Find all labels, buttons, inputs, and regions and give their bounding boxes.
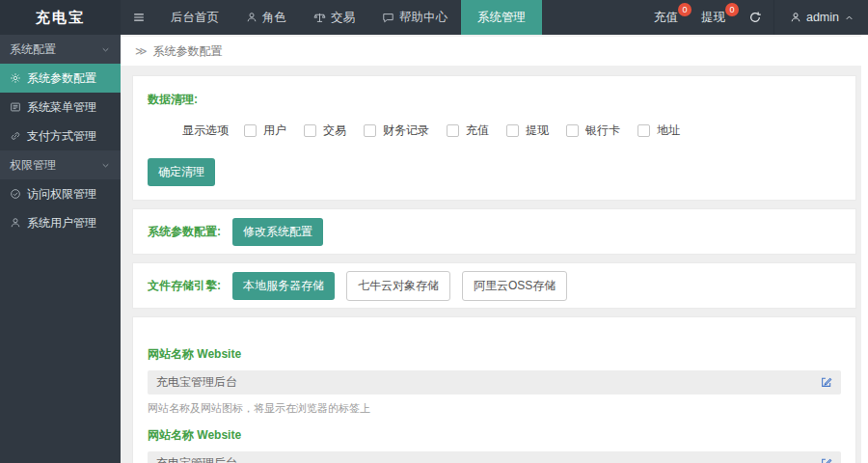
- sidebar-item-system-params[interactable]: 系统参数配置: [0, 64, 121, 93]
- checkbox-financial-records[interactable]: 财务记录: [364, 123, 429, 139]
- scrollbar[interactable]: [861, 35, 868, 463]
- content: 数据清理: 显示选项 用户 交易 财务记录 充值 提现 银行卡 地址 确定清理 …: [121, 66, 868, 463]
- checkbox-label: 交易: [323, 123, 346, 139]
- nav-item-label: 帮助中心: [399, 10, 448, 26]
- chevron-down-icon: [100, 160, 111, 171]
- sidebar-item-label: 支付方式管理: [27, 128, 96, 145]
- site-settings-card: 网站名称 Website 网站名称及网站图标，将显示在浏览器的标签上 网站名称 …: [132, 316, 856, 463]
- gear-icon: [10, 72, 21, 84]
- storage-local-button[interactable]: 本地服务器存储: [232, 272, 335, 300]
- nav-item-label: 系统管理: [477, 10, 526, 26]
- chevron-up-icon: [844, 13, 854, 23]
- menu-list-icon: [10, 101, 21, 113]
- chevron-down-icon: [100, 44, 111, 55]
- top-navigation: 后台首页 角色 交易 帮助中心 系统管理: [157, 0, 542, 35]
- nav-item-label: 后台首页: [171, 10, 219, 26]
- input-wrap: [148, 451, 841, 463]
- nav-item-home[interactable]: 后台首页: [157, 0, 232, 35]
- topbar-right: 充值 0 提现 0 admin: [642, 0, 868, 35]
- sidebar-item-payment-methods[interactable]: 支付方式管理: [0, 122, 121, 150]
- sidebar-item-system-users[interactable]: 系统用户管理: [0, 208, 121, 237]
- scales-icon: [313, 12, 326, 24]
- person-icon: [790, 12, 801, 23]
- checkbox-box[interactable]: [244, 124, 257, 137]
- options-label: 显示选项: [182, 123, 229, 139]
- sidebar-item-access-permissions[interactable]: 访问权限管理: [0, 179, 121, 208]
- card-title: 数据清理:: [148, 92, 841, 108]
- checkbox-recharge[interactable]: 充值: [447, 123, 489, 139]
- storage-engine-card: 文件存储引擎: 本地服务器存储 七牛云对象存储 阿里云OSS存储: [132, 262, 856, 309]
- sidebar-item-label: 系统用户管理: [27, 215, 96, 232]
- storage-qiniu-button[interactable]: 七牛云对象存储: [346, 271, 450, 301]
- storage-aliyun-oss-button[interactable]: 阿里云OSS存储: [462, 271, 567, 301]
- person-icon: [10, 217, 21, 229]
- edit-icon[interactable]: [820, 456, 833, 463]
- website-name-field-2: 网站名称 Website 网站名称及网站图标，将显示在浏览器的标签上: [148, 427, 841, 463]
- checkbox-address[interactable]: 地址: [637, 123, 680, 139]
- edit-icon[interactable]: [820, 375, 833, 389]
- sidebar-item-label: 系统菜单管理: [27, 99, 96, 116]
- checkbox-box[interactable]: [304, 124, 316, 137]
- website-name-input-2[interactable]: [148, 451, 841, 463]
- withdraw-badge: 0: [725, 3, 739, 16]
- sidebar: 系统配置 系统参数配置 系统菜单管理 支付方式管理 权限管理 访问权限管理: [0, 35, 121, 463]
- input-wrap: [148, 370, 841, 395]
- refresh-icon[interactable]: [737, 0, 773, 35]
- checkbox-box[interactable]: [364, 124, 376, 137]
- link-icon: [10, 130, 21, 142]
- checkbox-label: 充值: [466, 123, 489, 139]
- nav-item-transactions[interactable]: 交易: [300, 0, 368, 35]
- field-label: 网站名称 Website: [148, 427, 841, 444]
- card-title: 系统参数配置:: [148, 224, 221, 240]
- checkbox-box[interactable]: [447, 124, 459, 137]
- checkbox-bank-card[interactable]: 银行卡: [566, 123, 620, 139]
- person-icon: [246, 12, 258, 23]
- recharge-button[interactable]: 充值 0: [642, 0, 690, 35]
- nav-item-label: 角色: [262, 10, 286, 26]
- hamburger-icon[interactable]: [121, 0, 157, 35]
- checkbox-box[interactable]: [637, 124, 650, 137]
- withdraw-label: 提现: [701, 10, 725, 26]
- checkbox-box[interactable]: [566, 124, 579, 137]
- group-label: 系统配置: [10, 41, 56, 58]
- field-help-text: 网站名称及网站图标，将显示在浏览器的标签上: [148, 401, 841, 416]
- field-label: 网站名称 Website: [148, 346, 841, 363]
- sidebar-item-label: 系统参数配置: [27, 70, 96, 87]
- chat-icon: [382, 12, 394, 24]
- checkbox-label: 财务记录: [383, 123, 429, 139]
- checkbox-label: 用户: [263, 123, 286, 139]
- checkbox-label: 提现: [526, 123, 549, 139]
- checkbox-transactions[interactable]: 交易: [304, 123, 346, 139]
- nav-item-system-management[interactable]: 系统管理: [461, 0, 542, 35]
- checkbox-withdraw[interactable]: 提现: [506, 123, 549, 139]
- checkbox-users[interactable]: 用户: [244, 123, 286, 139]
- app-logo[interactable]: 充电宝: [0, 0, 121, 35]
- breadcrumb: ≫ 系统参数配置: [121, 37, 868, 66]
- main-area: ≫ 系统参数配置 数据清理: 显示选项 用户 交易 财务记录 充值 提现 银行卡…: [121, 35, 868, 463]
- checkbox-box[interactable]: [506, 124, 519, 137]
- nav-item-help-center[interactable]: 帮助中心: [368, 0, 461, 35]
- system-config-card: 系统参数配置: 修改系统配置: [132, 208, 856, 255]
- modify-system-config-button[interactable]: 修改系统配置: [232, 218, 323, 246]
- nav-item-label: 交易: [331, 10, 355, 26]
- card-title: 文件存储引擎:: [148, 278, 221, 294]
- checkbox-label: 银行卡: [585, 123, 620, 139]
- nav-item-roles[interactable]: 角色: [232, 0, 300, 35]
- data-cleanup-card: 数据清理: 显示选项 用户 交易 财务记录 充值 提现 银行卡 地址 确定清理: [132, 75, 856, 201]
- withdraw-button[interactable]: 提现 0: [690, 0, 737, 35]
- sidebar-group-permissions[interactable]: 权限管理: [0, 150, 121, 179]
- website-name-input-1[interactable]: [148, 370, 841, 395]
- sidebar-group-system-config[interactable]: 系统配置: [0, 35, 121, 64]
- user-menu[interactable]: admin: [773, 0, 868, 35]
- sidebar-item-label: 访问权限管理: [27, 186, 96, 203]
- check-circle-icon: [10, 188, 21, 200]
- sidebar-item-system-menu[interactable]: 系统菜单管理: [0, 93, 121, 122]
- checkbox-label: 地址: [657, 123, 680, 139]
- group-label: 权限管理: [10, 157, 56, 174]
- confirm-cleanup-button[interactable]: 确定清理: [148, 158, 215, 186]
- breadcrumb-chevrons-icon: ≫: [135, 44, 148, 58]
- username: admin: [806, 11, 839, 24]
- recharge-label: 充值: [654, 10, 678, 26]
- website-name-field-1: 网站名称 Website 网站名称及网站图标，将显示在浏览器的标签上: [148, 346, 841, 416]
- topbar: 充电宝 后台首页 角色 交易 帮助中心 系统管理: [0, 0, 868, 35]
